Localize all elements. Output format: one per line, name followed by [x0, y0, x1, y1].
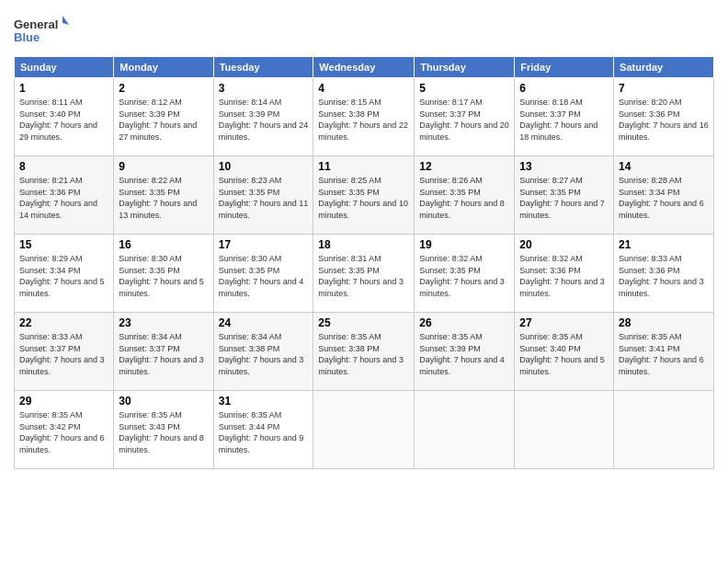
- day-info: Sunrise: 8:35 AM Sunset: 3:43 PM Dayligh…: [119, 410, 204, 454]
- day-info: Sunrise: 8:28 AM Sunset: 3:34 PM Dayligh…: [619, 176, 704, 220]
- day-info: Sunrise: 8:17 AM Sunset: 3:37 PM Dayligh…: [419, 98, 509, 142]
- calendar-cell: 3 Sunrise: 8:14 AM Sunset: 3:39 PM Dayli…: [213, 78, 313, 156]
- calendar-cell: 8 Sunrise: 8:21 AM Sunset: 3:36 PM Dayli…: [15, 156, 114, 235]
- svg-text:General: General: [14, 17, 58, 31]
- day-number: 12: [419, 160, 509, 173]
- calendar-cell: 4 Sunrise: 8:15 AM Sunset: 3:38 PM Dayli…: [313, 78, 415, 156]
- day-number: 18: [318, 238, 409, 251]
- day-info: Sunrise: 8:35 AM Sunset: 3:41 PM Dayligh…: [619, 332, 704, 376]
- calendar-cell: 28 Sunrise: 8:35 AM Sunset: 3:41 PM Dayl…: [614, 313, 714, 391]
- day-info: Sunrise: 8:15 AM Sunset: 3:38 PM Dayligh…: [318, 98, 408, 142]
- calendar-cell: 23 Sunrise: 8:34 AM Sunset: 3:37 PM Dayl…: [114, 313, 213, 391]
- calendar-cell: 13 Sunrise: 8:27 AM Sunset: 3:35 PM Dayl…: [515, 156, 614, 235]
- day-number: 23: [119, 316, 208, 329]
- calendar-cell: [614, 391, 714, 469]
- day-number: 19: [419, 238, 509, 251]
- day-number: 1: [19, 82, 108, 95]
- day-number: 14: [619, 160, 709, 173]
- calendar-cell: 14 Sunrise: 8:28 AM Sunset: 3:34 PM Dayl…: [614, 156, 714, 235]
- calendar-cell: 26 Sunrise: 8:35 AM Sunset: 3:39 PM Dayl…: [415, 313, 515, 391]
- calendar-cell: 5 Sunrise: 8:17 AM Sunset: 3:37 PM Dayli…: [415, 78, 515, 156]
- day-info: Sunrise: 8:25 AM Sunset: 3:35 PM Dayligh…: [318, 176, 408, 220]
- day-info: Sunrise: 8:11 AM Sunset: 3:40 PM Dayligh…: [19, 98, 97, 142]
- svg-marker-2: [63, 16, 69, 25]
- calendar-cell: 7 Sunrise: 8:20 AM Sunset: 3:36 PM Dayli…: [614, 78, 714, 156]
- day-number: 11: [318, 160, 409, 173]
- day-number: 28: [619, 316, 709, 329]
- calendar-cell: 16 Sunrise: 8:30 AM Sunset: 3:35 PM Dayl…: [114, 235, 213, 313]
- day-number: 24: [219, 316, 309, 329]
- col-header-wednesday: Wednesday: [313, 57, 415, 78]
- day-info: Sunrise: 8:12 AM Sunset: 3:39 PM Dayligh…: [119, 98, 197, 142]
- day-info: Sunrise: 8:30 AM Sunset: 3:35 PM Dayligh…: [119, 254, 204, 298]
- day-number: 16: [119, 238, 208, 251]
- day-info: Sunrise: 8:23 AM Sunset: 3:35 PM Dayligh…: [219, 176, 309, 220]
- calendar-cell: 31 Sunrise: 8:35 AM Sunset: 3:44 PM Dayl…: [213, 391, 313, 469]
- calendar-cell: [313, 391, 415, 469]
- calendar-table: SundayMondayTuesdayWednesdayThursdayFrid…: [14, 56, 714, 469]
- calendar-cell: 10 Sunrise: 8:23 AM Sunset: 3:35 PM Dayl…: [213, 156, 313, 235]
- day-number: 25: [318, 316, 409, 329]
- col-header-sunday: Sunday: [15, 57, 114, 78]
- day-info: Sunrise: 8:35 AM Sunset: 3:38 PM Dayligh…: [318, 332, 404, 376]
- day-number: 4: [318, 82, 409, 95]
- col-header-friday: Friday: [515, 57, 614, 78]
- day-number: 9: [119, 160, 208, 173]
- day-info: Sunrise: 8:20 AM Sunset: 3:36 PM Dayligh…: [619, 98, 709, 142]
- day-info: Sunrise: 8:35 AM Sunset: 3:39 PM Dayligh…: [419, 332, 505, 376]
- day-info: Sunrise: 8:34 AM Sunset: 3:38 PM Dayligh…: [219, 332, 304, 376]
- day-number: 26: [419, 316, 509, 329]
- day-number: 8: [19, 160, 108, 173]
- day-info: Sunrise: 8:32 AM Sunset: 3:35 PM Dayligh…: [419, 254, 505, 298]
- col-header-monday: Monday: [114, 57, 213, 78]
- calendar-cell: 1 Sunrise: 8:11 AM Sunset: 3:40 PM Dayli…: [15, 78, 114, 156]
- day-number: 15: [19, 238, 108, 251]
- calendar-cell: 6 Sunrise: 8:18 AM Sunset: 3:37 PM Dayli…: [515, 78, 614, 156]
- day-number: 31: [219, 395, 309, 408]
- svg-text:Blue: Blue: [14, 30, 40, 44]
- day-number: 2: [119, 82, 208, 95]
- day-info: Sunrise: 8:14 AM Sunset: 3:39 PM Dayligh…: [219, 98, 309, 142]
- calendar-cell: 30 Sunrise: 8:35 AM Sunset: 3:43 PM Dayl…: [114, 391, 213, 469]
- calendar-cell: 29 Sunrise: 8:35 AM Sunset: 3:42 PM Dayl…: [15, 391, 114, 469]
- page-header: General Blue: [14, 9, 714, 49]
- calendar-cell: 18 Sunrise: 8:31 AM Sunset: 3:35 PM Dayl…: [313, 235, 415, 313]
- day-number: 13: [519, 160, 609, 173]
- calendar-cell: 11 Sunrise: 8:25 AM Sunset: 3:35 PM Dayl…: [313, 156, 415, 235]
- calendar-cell: 15 Sunrise: 8:29 AM Sunset: 3:34 PM Dayl…: [15, 235, 114, 313]
- col-header-saturday: Saturday: [614, 57, 714, 78]
- day-number: 5: [419, 82, 509, 95]
- day-number: 27: [519, 316, 609, 329]
- day-number: 21: [619, 238, 709, 251]
- calendar-cell: 22 Sunrise: 8:33 AM Sunset: 3:37 PM Dayl…: [15, 313, 114, 391]
- day-info: Sunrise: 8:35 AM Sunset: 3:44 PM Dayligh…: [219, 410, 304, 454]
- calendar-cell: 21 Sunrise: 8:33 AM Sunset: 3:36 PM Dayl…: [614, 235, 714, 313]
- day-info: Sunrise: 8:32 AM Sunset: 3:36 PM Dayligh…: [519, 254, 605, 298]
- col-header-tuesday: Tuesday: [213, 57, 313, 78]
- calendar-cell: 20 Sunrise: 8:32 AM Sunset: 3:36 PM Dayl…: [515, 235, 614, 313]
- day-info: Sunrise: 8:18 AM Sunset: 3:37 PM Dayligh…: [519, 98, 597, 142]
- calendar-cell: 19 Sunrise: 8:32 AM Sunset: 3:35 PM Dayl…: [415, 235, 515, 313]
- day-number: 20: [519, 238, 609, 251]
- day-info: Sunrise: 8:35 AM Sunset: 3:40 PM Dayligh…: [519, 332, 605, 376]
- day-number: 17: [219, 238, 309, 251]
- day-info: Sunrise: 8:35 AM Sunset: 3:42 PM Dayligh…: [19, 410, 105, 454]
- day-info: Sunrise: 8:30 AM Sunset: 3:35 PM Dayligh…: [219, 254, 304, 298]
- calendar-cell: 17 Sunrise: 8:30 AM Sunset: 3:35 PM Dayl…: [213, 235, 313, 313]
- day-number: 6: [519, 82, 609, 95]
- calendar-cell: 25 Sunrise: 8:35 AM Sunset: 3:38 PM Dayl…: [313, 313, 415, 391]
- calendar-cell: [515, 391, 614, 469]
- calendar-cell: 9 Sunrise: 8:22 AM Sunset: 3:35 PM Dayli…: [114, 156, 213, 235]
- col-header-thursday: Thursday: [415, 57, 515, 78]
- day-info: Sunrise: 8:27 AM Sunset: 3:35 PM Dayligh…: [519, 176, 605, 220]
- day-info: Sunrise: 8:33 AM Sunset: 3:37 PM Dayligh…: [19, 332, 105, 376]
- logo-svg: General Blue: [14, 14, 69, 49]
- day-info: Sunrise: 8:29 AM Sunset: 3:34 PM Dayligh…: [19, 254, 105, 298]
- day-info: Sunrise: 8:21 AM Sunset: 3:36 PM Dayligh…: [19, 176, 97, 220]
- calendar-cell: [415, 391, 515, 469]
- day-info: Sunrise: 8:26 AM Sunset: 3:35 PM Dayligh…: [419, 176, 505, 220]
- day-info: Sunrise: 8:33 AM Sunset: 3:36 PM Dayligh…: [619, 254, 704, 298]
- day-number: 22: [19, 316, 108, 329]
- calendar-cell: 12 Sunrise: 8:26 AM Sunset: 3:35 PM Dayl…: [415, 156, 515, 235]
- day-number: 7: [619, 82, 709, 95]
